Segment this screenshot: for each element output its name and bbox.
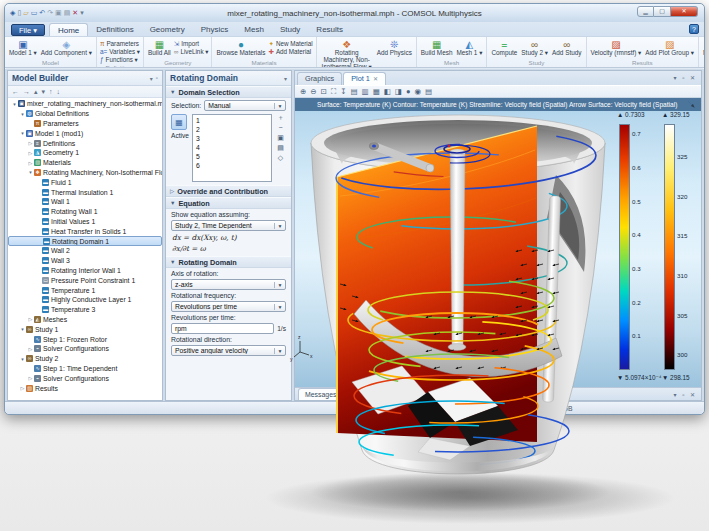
ribbon-button[interactable]: ▦Build All	[146, 38, 173, 59]
tree-item[interactable]: ▷▧Materials	[8, 158, 162, 168]
ribbon-tab-definitions[interactable]: Definitions	[88, 23, 141, 36]
tree-item[interactable]: ∿Step 1: Time Dependent	[8, 364, 162, 374]
tree-expand-icon[interactable]: ▷	[27, 140, 34, 146]
ribbon-button[interactable]: ∞Study 2 ▾	[519, 38, 550, 59]
revolutions-input[interactable]: rpm	[171, 323, 274, 334]
remove-selection-icon[interactable]: −	[278, 124, 282, 132]
bottom-tab-messages[interactable]: Messages✕	[298, 388, 352, 400]
tree-item[interactable]: ▷⌁Solver Configurations	[8, 344, 162, 354]
nav-forward-icon[interactable]: →	[23, 87, 30, 97]
ribbon-button[interactable]: ∞Add Study	[550, 38, 584, 59]
tree-item[interactable]: ▬Initial Values 1	[8, 217, 162, 227]
ribbon-button[interactable]: ▣Model 1 ▾	[7, 38, 39, 59]
ribbon-button[interactable]: ▥Model Libraries	[701, 38, 704, 59]
tree-item[interactable]: ▬Thermal Insulation 1	[8, 187, 162, 197]
ribbon-tab-results[interactable]: Results	[308, 23, 351, 36]
tree-item[interactable]: ▬Wall 2	[8, 246, 162, 256]
equation-study-dropdown[interactable]: Study 2, Time Dependent ▼	[171, 220, 286, 231]
tree-item[interactable]: ▾∞Study 2	[8, 354, 162, 364]
tree-item[interactable]: ▬Fluid 1	[8, 177, 162, 187]
plot-canvas[interactable]: Surface: Temperature (K) Contour: Temper…	[295, 98, 701, 387]
selection-dropdown[interactable]: Manual ▼	[204, 100, 286, 111]
bottom-tab-pr[interactable]: Pr	[353, 388, 374, 400]
lock-axis-icon[interactable]: ●	[406, 87, 411, 96]
tree-item[interactable]: πParameters	[8, 119, 162, 129]
section-override[interactable]: ▷ Override and Contribution	[166, 185, 291, 197]
print-icon[interactable]: ▤	[425, 87, 432, 96]
ribbon-button[interactable]: ▨Add Plot Group ▾	[643, 38, 696, 59]
help-icon[interactable]: ?	[689, 24, 699, 34]
title-bar[interactable]: ◈▯▱▭↶↷▣▤✕▾ mixer_rotating_machinery_non-…	[5, 4, 704, 22]
ribbon-button[interactable]: ◈Add Component ▾	[39, 38, 94, 59]
tree-expand-icon[interactable]: ▾	[19, 130, 26, 136]
ribbon-button[interactable]: ＝Compute	[489, 38, 519, 59]
ribbon-button[interactable]: ƒFunctions ▾	[100, 55, 140, 63]
tree-item[interactable]: ▾▣Model 1 (mod1)	[8, 128, 162, 138]
ribbon-button[interactable]: ✦New Material	[268, 39, 312, 47]
tree-item[interactable]: ▬Rotating Wall 1	[8, 207, 162, 217]
ribbon-tab-study[interactable]: Study	[272, 23, 308, 36]
tree-expand-icon[interactable]: ▷	[27, 375, 34, 381]
zoom-extents-icon[interactable]: ⛶	[331, 87, 336, 97]
ribbon-button[interactable]: ◭Mesh 1 ▾	[454, 38, 484, 59]
tree-item[interactable]: ▬Temperature 1	[8, 285, 162, 295]
tree-item[interactable]: ▷⌁Solver Configurations	[8, 373, 162, 383]
zoom-out-icon[interactable]: ⊖	[310, 87, 316, 96]
tree-item[interactable]: ▷≡Definitions	[8, 138, 162, 148]
section-equation[interactable]: ▼ Equation	[166, 197, 291, 209]
graphics-panel-controls[interactable]: ▾ ▫ ✕	[674, 74, 698, 81]
tree-expand-icon[interactable]: ▷	[27, 346, 34, 352]
ribbon-tab-home[interactable]: Home	[49, 23, 88, 36]
ribbon-tab-geometry[interactable]: Geometry	[142, 23, 193, 36]
domain-listbox[interactable]: 123456	[192, 114, 272, 182]
tree-item[interactable]: ▷◭Meshes	[8, 315, 162, 325]
paste-selection-icon[interactable]: ▤	[277, 144, 284, 152]
expand-all-icon[interactable]: ▾	[42, 87, 46, 97]
direction-dropdown[interactable]: Positive angular velocity ▼	[171, 345, 286, 356]
tree-item[interactable]: ▾▣mixer_rotating_machinery_non-isotherma…	[8, 99, 162, 109]
collapse-all-icon[interactable]: ▴	[34, 87, 38, 97]
close-tab-icon[interactable]: ✕	[373, 73, 378, 85]
move-down-icon[interactable]: ↓	[57, 87, 61, 97]
active-toggle[interactable]: ▦	[171, 114, 187, 130]
settings-collapse-icon[interactable]: ▾	[284, 75, 287, 82]
pin-panel-icon[interactable]: ▫	[156, 75, 158, 81]
collapse-panel-icon[interactable]: ▾	[150, 75, 153, 82]
tree-item[interactable]: ▬Rotating Domain 1	[8, 236, 162, 246]
nav-back-icon[interactable]: ←	[12, 87, 19, 97]
ribbon-button[interactable]: ✚Add Material	[268, 47, 312, 55]
tree-item[interactable]: ▬Heat Transfer in Solids 1	[8, 226, 162, 236]
tree-item[interactable]: ▷▨Results	[8, 383, 162, 393]
messages-panel-controls[interactable]: ▾ ▫ ✕	[674, 391, 698, 398]
transparency-icon[interactable]: ◨	[395, 87, 402, 96]
tree-item[interactable]: ▾❖Rotating Machinery, Non-Isothermal Flo…	[8, 168, 162, 178]
maximize-button[interactable]: ▢	[654, 6, 671, 17]
go-to-yz-view-icon[interactable]: ▥	[362, 87, 369, 96]
ribbon-button[interactable]: ❊Add Physics	[375, 38, 414, 68]
tree-item[interactable]: ▬Temperature 3	[8, 305, 162, 315]
tree-item[interactable]: ▭Pressure Point Constraint 1	[8, 275, 162, 285]
tree-item[interactable]: ▬Rotating Interior Wall 1	[8, 266, 162, 276]
tree-item[interactable]: ▾∞Study 1	[8, 324, 162, 334]
tree-expand-icon[interactable]: ▾	[19, 326, 26, 332]
file-menu-button[interactable]: File ▾	[11, 24, 45, 36]
move-up-icon[interactable]: ↑	[49, 87, 53, 97]
domain-list-item[interactable]: 6	[196, 161, 271, 170]
ribbon-button[interactable]: ∞LiveLink ▾	[174, 47, 209, 55]
tree-expand-icon[interactable]: ▾	[27, 169, 34, 175]
section-rotating-domain[interactable]: ▼ Rotating Domain	[166, 256, 291, 268]
graphics-tab-graphics[interactable]: Graphics	[297, 72, 342, 85]
zoom-to-selection-icon[interactable]: ◇	[278, 154, 283, 162]
ribbon-tab-mesh[interactable]: Mesh	[236, 23, 272, 36]
go-to-xy-view-icon[interactable]: ▤	[350, 87, 357, 96]
tree-item[interactable]: ▬Wall 3	[8, 256, 162, 266]
ribbon-button[interactable]: πParameters	[100, 39, 140, 47]
go-to-zx-view-icon[interactable]: ▦	[373, 87, 380, 96]
ribbon-tab-physics[interactable]: Physics	[193, 23, 237, 36]
ribbon-button[interactable]: ●Browse Materials	[214, 38, 267, 59]
tree-item[interactable]: ▬Highly Conductive Layer 1	[8, 295, 162, 305]
zoom-box-icon[interactable]: ⊡	[321, 87, 327, 96]
tree-item[interactable]: ▾◍Global Definitions	[8, 109, 162, 119]
tree-expand-icon[interactable]: ▾	[11, 101, 18, 107]
ribbon-button[interactable]: ❖Rotating Machinery, Non-Isothermal Flow…	[319, 38, 375, 68]
